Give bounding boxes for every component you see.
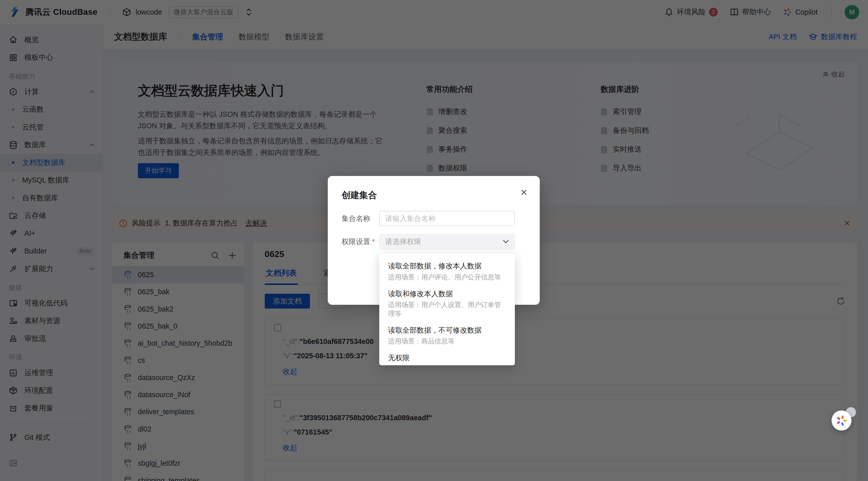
copilot-floating-button[interactable] (832, 411, 851, 430)
permission-dropdown: 读取全部数据，修改本人数据 适用场景：用户评论、用户公开信息等 读取和修改本人数… (379, 253, 515, 365)
permission-option[interactable]: 无权限 适用场景：后台流水数据等 (379, 350, 515, 365)
cloudbase-console: 腾讯云 CloudBase lowcode 微搭大客户混合云版 (0, 0, 868, 481)
collection-name-input[interactable] (379, 211, 515, 226)
permission-label: 权限设置* (342, 237, 379, 247)
required-asterisk: * (372, 237, 375, 246)
permission-option[interactable]: 读取全部数据，修改本人数据 适用场景：用户评论、用户公开信息等 (379, 258, 515, 285)
permission-placeholder: 请选择权限 (385, 237, 421, 247)
copilot-icon (835, 414, 847, 426)
modal-title: 创建集合 (342, 189, 377, 201)
close-icon[interactable]: ✕ (520, 188, 528, 197)
permission-option[interactable]: 读取全部数据，不可修改数据 适用场景：商品信息等 (379, 322, 515, 350)
chevron-down-icon (503, 240, 509, 244)
collection-name-label: 集合名称 (342, 214, 379, 224)
permission-select[interactable]: 请选择权限 (379, 234, 515, 250)
permission-option[interactable]: 读取和修改本人数据 适用场景：用户个人设置、用户订单管理等 (379, 285, 515, 322)
